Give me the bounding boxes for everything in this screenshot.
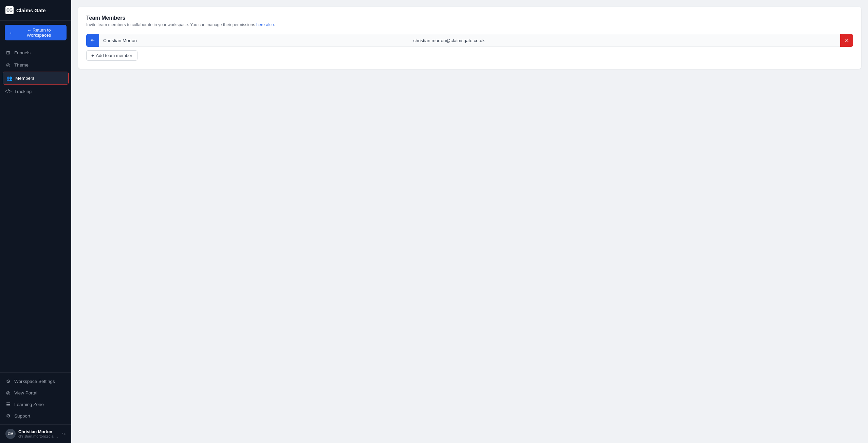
view-portal-icon: ◎ <box>5 390 11 395</box>
sidebar-item-members[interactable]: 👥 Members <box>3 72 69 85</box>
user-email: christian.morton@claims.. <box>18 434 59 438</box>
support-icon: ⚙ <box>5 413 11 419</box>
members-label: Members <box>15 76 34 81</box>
main-content: Team Members Invite team members to coll… <box>71 0 868 443</box>
table-row: ✏ ✕ <box>86 34 853 47</box>
funnels-label: Funnels <box>14 50 31 55</box>
user-info: Christian Morton christian.morton@claims… <box>18 429 59 438</box>
logo-icon: CG <box>5 6 14 14</box>
sidebar-item-view-portal[interactable]: ◎ View Portal <box>0 387 71 399</box>
team-members-card: Team Members Invite team members to coll… <box>78 7 861 69</box>
workspace-settings-icon: ⚙ <box>5 379 11 384</box>
sidebar: CG Claims Gate ← ← Return to Workspaces … <box>0 0 71 443</box>
learning-zone-label: Learning Zone <box>14 402 44 407</box>
close-icon: ✕ <box>845 37 849 44</box>
member-name-input[interactable] <box>99 34 409 47</box>
theme-icon: ◎ <box>5 62 11 68</box>
logout-icon[interactable]: ↪ <box>62 431 66 437</box>
plus-icon: + <box>91 53 94 58</box>
tracking-icon: </> <box>5 89 11 94</box>
members-icon: 👥 <box>6 75 12 81</box>
support-label: Support <box>14 413 30 419</box>
add-member-label: Add team member <box>96 53 132 58</box>
member-email-input[interactable] <box>409 34 840 47</box>
pencil-icon: ✏ <box>91 38 95 43</box>
sidebar-item-learning-zone[interactable]: ☰ Learning Zone <box>0 399 71 410</box>
sidebar-item-workspace-settings[interactable]: ⚙ Workspace Settings <box>0 375 71 387</box>
user-name: Christian Morton <box>18 429 59 434</box>
permissions-link[interactable]: here also <box>256 22 274 27</box>
tracking-label: Tracking <box>14 89 32 94</box>
sidebar-item-theme[interactable]: ◎ Theme <box>0 59 71 71</box>
member-delete-button[interactable]: ✕ <box>840 34 853 47</box>
avatar: CM <box>5 429 16 439</box>
sidebar-item-tracking[interactable]: </> Tracking <box>0 85 71 97</box>
return-to-workspaces-button[interactable]: ← ← Return to Workspaces <box>5 25 67 40</box>
user-section: CM Christian Morton christian.morton@cla… <box>0 424 71 443</box>
sidebar-bottom: ⚙ Workspace Settings ◎ View Portal ☰ Lea… <box>0 372 71 424</box>
app-title: Claims Gate <box>16 7 46 13</box>
section-subtitle: Invite team members to collaborate in yo… <box>86 22 853 27</box>
funnels-icon: ⊞ <box>5 50 11 55</box>
workspace-settings-label: Workspace Settings <box>14 379 55 384</box>
member-edit-button[interactable]: ✏ <box>86 34 99 47</box>
sidebar-item-support[interactable]: ⚙ Support <box>0 410 71 422</box>
return-icon: ← <box>9 30 13 35</box>
add-team-member-button[interactable]: + Add team member <box>86 50 137 61</box>
view-portal-label: View Portal <box>14 390 37 395</box>
section-title: Team Members <box>86 15 853 21</box>
theme-label: Theme <box>14 62 29 68</box>
sidebar-nav: ⊞ Funnels ◎ Theme 👥 Members </> Tracking <box>0 44 71 372</box>
sidebar-item-funnels[interactable]: ⊞ Funnels <box>0 47 71 59</box>
app-logo: CG Claims Gate <box>0 0 71 21</box>
learning-zone-icon: ☰ <box>5 402 11 407</box>
return-button-label: ← Return to Workspaces <box>15 27 62 38</box>
